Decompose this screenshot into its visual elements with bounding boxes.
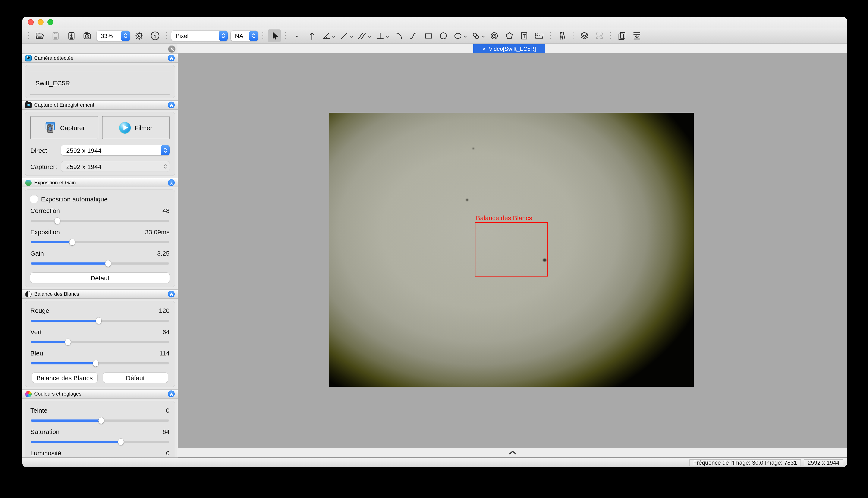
camera-list-item[interactable]: Swift_EC5R	[30, 71, 169, 95]
line-tool[interactable]	[338, 29, 354, 42]
info-button[interactable]	[149, 29, 162, 42]
csv-export-tool[interactable]: CSV	[593, 29, 606, 42]
polygon-tool[interactable]	[503, 29, 515, 42]
timed-capture-icon[interactable]	[81, 29, 93, 42]
gain-slider[interactable]	[31, 260, 169, 267]
hue-slider[interactable]	[31, 417, 169, 424]
zoom-level-select[interactable]: 33%	[97, 30, 130, 41]
angle-tool[interactable]	[320, 29, 336, 42]
double-chevron-up-icon	[168, 391, 174, 397]
chevron-down-icon	[350, 32, 353, 39]
capture-resolution-label: Capturer:	[30, 163, 61, 170]
toolbar: 33% Pixel NA 10um CSV	[22, 28, 847, 44]
red-slider[interactable]	[31, 317, 169, 324]
chevron-down-icon	[482, 32, 485, 39]
collapse-section-button[interactable]	[168, 391, 175, 397]
tab-label: Vidéo[Swift_EC5R]	[489, 45, 536, 52]
blue-label: Bleu	[30, 350, 43, 357]
chevron-down-icon	[463, 32, 467, 39]
curve-tool[interactable]	[407, 29, 420, 42]
collapse-section-button[interactable]	[168, 102, 175, 108]
auto-exposure-checkbox[interactable]	[30, 195, 38, 203]
save-icon[interactable]	[49, 29, 62, 42]
correction-slider[interactable]	[31, 217, 169, 224]
collapse-section-button[interactable]	[168, 55, 175, 62]
parallel-lines-tool[interactable]	[356, 29, 372, 42]
section-title: Capture et Enregistrement	[34, 102, 165, 108]
red-label: Rouge	[30, 307, 49, 314]
desktop: 33% Pixel NA 10um CSV	[0, 0, 868, 498]
double-chevron-left-icon	[169, 46, 175, 52]
scale-bar-tool[interactable]: 10um	[533, 29, 546, 42]
na-select[interactable]: NA	[231, 30, 258, 41]
colors-panel: Teinte 0 Saturation 64 Luminosité	[25, 401, 175, 457]
open-file-icon[interactable]	[33, 29, 46, 42]
arc-tool[interactable]	[392, 29, 405, 42]
chevron-down-icon	[368, 32, 371, 39]
control-sidebar: Caméra détectée Swift_EC5R Capture et En…	[22, 44, 178, 457]
stepper-icon	[219, 30, 228, 41]
correction-label: Correction	[30, 207, 60, 214]
chained-circles-tool[interactable]	[470, 29, 486, 42]
sidebar-topstrip	[22, 44, 178, 53]
live-resolution-select[interactable]: 2592 x 1944	[61, 145, 169, 155]
toolbar-separator	[166, 30, 167, 41]
saturation-slider[interactable]	[31, 438, 169, 445]
section-header-exposure[interactable]: Exposition et Gain	[22, 178, 178, 187]
unit-select[interactable]: Pixel	[171, 30, 228, 41]
perpendicular-tool[interactable]	[374, 29, 390, 42]
ellipse-tool[interactable]	[452, 29, 468, 42]
concentric-circles-tool[interactable]	[488, 29, 501, 42]
viewport: Balance des Blancs	[178, 53, 847, 448]
zoom-window-button[interactable]	[48, 19, 53, 25]
circle-tool[interactable]	[437, 29, 450, 42]
capture-button[interactable]: Capturer	[30, 116, 98, 139]
arrow-tool[interactable]	[305, 29, 318, 42]
white-balance-button[interactable]: Balance des Blancs	[32, 372, 97, 383]
white-balance-roi[interactable]: Balance des Blancs	[475, 222, 548, 276]
zoom-level-value: 33%	[97, 32, 121, 39]
live-video-frame[interactable]: Balance des Blancs	[329, 113, 694, 386]
stepper-icon	[163, 161, 168, 172]
close-window-button[interactable]	[28, 19, 34, 25]
camera-panel: Swift_EC5R	[25, 65, 175, 98]
play-orb-icon	[119, 122, 131, 133]
section-header-camera[interactable]: Caméra détectée	[22, 53, 178, 63]
white-balance-default-button[interactable]: Défaut	[103, 372, 168, 383]
capture-resolution-select[interactable]: 2592 x 1944	[61, 161, 169, 172]
close-tab-icon[interactable]: ×	[482, 45, 486, 52]
green-slider[interactable]	[31, 338, 169, 345]
minimize-window-button[interactable]	[38, 19, 43, 25]
live-resolution-value: 2592 x 1944	[61, 147, 169, 154]
status-bar: Fréquence de l'Image: 30.0,Image: 7831 2…	[22, 457, 847, 467]
rectangle-tool[interactable]	[422, 29, 435, 42]
section-header-capture[interactable]: Capture et Enregistrement	[22, 100, 178, 110]
duplicate-tool[interactable]	[615, 29, 628, 42]
video-tab[interactable]: × Vidéo[Swift_EC5R]	[473, 44, 545, 53]
chevron-down-icon	[332, 32, 335, 39]
white-balance-panel: Rouge 120 Vert 64 Bleu 114	[25, 301, 175, 387]
collapse-sidebar-button[interactable]	[168, 45, 176, 53]
exposure-default-button[interactable]: Défaut	[30, 273, 169, 283]
blue-slider[interactable]	[31, 360, 169, 367]
section-title: Balance des Blancs	[34, 291, 165, 297]
expand-bottom-panel-button[interactable]	[178, 448, 847, 457]
section-header-colors[interactable]: Couleurs et réglages	[22, 389, 178, 398]
collapse-section-button[interactable]	[168, 291, 175, 298]
exposure-slider[interactable]	[31, 238, 169, 245]
point-tool[interactable]	[291, 29, 303, 42]
resolution-indicator: 2592 x 1944	[804, 459, 843, 466]
record-button[interactable]: Filmer	[102, 116, 169, 139]
button-label: Balance des Blancs	[37, 374, 93, 381]
settings-button[interactable]	[133, 29, 146, 42]
text-tool[interactable]	[518, 29, 531, 42]
export-tool[interactable]	[630, 29, 643, 42]
pointer-tool[interactable]	[268, 29, 281, 42]
quick-save-icon[interactable]	[65, 29, 78, 42]
gain-label: Gain	[30, 250, 44, 257]
measure-tool[interactable]	[555, 29, 568, 42]
section-header-whitebalance[interactable]: Balance des Blancs	[22, 289, 178, 299]
layers-tool[interactable]	[578, 29, 591, 42]
svg-text:10um: 10um	[535, 32, 544, 36]
collapse-section-button[interactable]	[168, 179, 175, 186]
